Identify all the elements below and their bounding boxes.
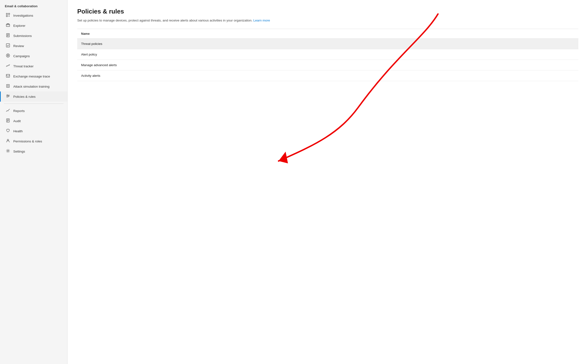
- attack-sim-icon: [6, 84, 10, 89]
- svg-rect-5: [6, 24, 10, 27]
- sidebar-label-attack-simulation: Attack simulation training: [13, 85, 49, 88]
- policy-table: Name Threat policies Alert policy Manage…: [77, 29, 578, 81]
- exchange-icon: [6, 74, 10, 79]
- svg-rect-0: [6, 13, 7, 14]
- explorer-icon: [6, 23, 10, 28]
- sidebar-item-threat-tracker[interactable]: Threat tracker: [0, 61, 67, 71]
- sidebar-item-policies-rules[interactable]: Policies & rules: [0, 91, 67, 102]
- page-description: Set up policies to manage devices, prote…: [77, 18, 285, 23]
- threat-tracker-icon: [6, 63, 10, 69]
- table-cell-threat-policies: Threat policies: [77, 39, 578, 49]
- sidebar-label-investigations: Investigations: [13, 14, 33, 17]
- table-row-threat-policies[interactable]: Threat policies: [77, 39, 578, 49]
- sidebar-item-audit[interactable]: Audit: [0, 116, 67, 126]
- sidebar-label-audit: Audit: [13, 119, 21, 123]
- sidebar-label-health: Health: [13, 129, 23, 133]
- svg-rect-7: [6, 44, 10, 47]
- table-row-alert-policy[interactable]: Alert policy: [77, 49, 578, 60]
- page-title: Policies & rules: [77, 8, 578, 15]
- table-cell-manage-advanced-alerts: Manage advanced alerts: [77, 60, 578, 70]
- sidebar-item-settings[interactable]: Settings: [0, 146, 67, 156]
- svg-point-20: [7, 150, 9, 152]
- table-cell-activity-alerts: Activity alerts: [77, 70, 578, 81]
- submissions-icon: [6, 33, 10, 38]
- sidebar: Email & collaboration Investigations Exp…: [0, 0, 68, 364]
- sidebar-item-attack-simulation[interactable]: Attack simulation training: [0, 81, 67, 91]
- sidebar-label-policies-rules: Policies & rules: [13, 95, 35, 98]
- svg-point-19: [7, 139, 9, 141]
- sidebar-item-reports[interactable]: Reports: [0, 106, 67, 116]
- sidebar-item-permissions-roles[interactable]: Permissions & roles: [0, 136, 67, 146]
- reports-icon: [6, 108, 10, 113]
- table-column-name: Name: [77, 29, 578, 39]
- sidebar-label-settings: Settings: [13, 150, 25, 153]
- permissions-icon: [6, 139, 10, 144]
- sidebar-item-campaigns[interactable]: Campaigns: [0, 51, 67, 61]
- settings-icon: [6, 149, 10, 154]
- sidebar-divider: [4, 104, 63, 104]
- svg-marker-21: [279, 152, 288, 163]
- svg-rect-1: [8, 13, 10, 14]
- sidebar-label-permissions-roles: Permissions & roles: [13, 140, 42, 143]
- sidebar-item-health[interactable]: Health: [0, 126, 67, 136]
- sidebar-label-exchange-message-trace: Exchange message trace: [13, 75, 50, 78]
- sidebar-label-threat-tracker: Threat tracker: [13, 64, 34, 68]
- campaigns-icon: [6, 53, 10, 59]
- main-content: Policies & rules Set up policies to mana…: [68, 0, 588, 89]
- learn-more-link[interactable]: Learn more: [253, 19, 270, 22]
- sidebar-label-campaigns: Campaigns: [13, 54, 30, 58]
- sidebar-item-review[interactable]: Review: [0, 41, 67, 51]
- sidebar-item-explorer[interactable]: Explorer: [0, 21, 67, 31]
- svg-point-10: [8, 55, 8, 56]
- svg-rect-2: [6, 15, 7, 17]
- sidebar-item-investigations[interactable]: Investigations: [0, 10, 67, 21]
- sidebar-label-reports: Reports: [13, 109, 25, 113]
- main-wrapper: Policies & rules Set up policies to mana…: [68, 0, 588, 364]
- review-icon: [6, 43, 10, 49]
- policies-icon: [6, 94, 10, 99]
- sidebar-item-submissions[interactable]: Submissions: [0, 31, 67, 41]
- health-icon: [6, 128, 10, 134]
- sidebar-label-explorer: Explorer: [13, 24, 25, 28]
- sidebar-item-exchange-message-trace[interactable]: Exchange message trace: [0, 71, 67, 81]
- svg-rect-11: [6, 74, 10, 77]
- audit-icon: [6, 118, 10, 124]
- table-row-activity-alerts[interactable]: Activity alerts: [77, 70, 578, 81]
- investigations-icon: [6, 13, 10, 18]
- sidebar-label-submissions: Submissions: [13, 34, 32, 38]
- sidebar-label-review: Review: [13, 44, 24, 48]
- sidebar-section-title: Email & collaboration: [0, 0, 67, 10]
- table-cell-alert-policy: Alert policy: [77, 49, 578, 60]
- table-row-manage-advanced-alerts[interactable]: Manage advanced alerts: [77, 60, 578, 70]
